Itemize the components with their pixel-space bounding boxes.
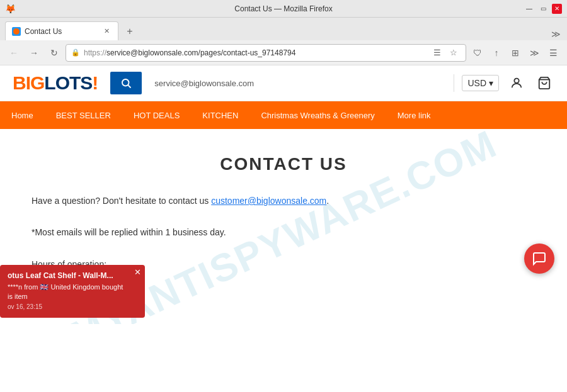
page-title: CONTACT US (32, 154, 536, 174)
nav-item-home[interactable]: Home (0, 101, 45, 129)
website-content: BIGLOTS! service@biglowonsale.com USD ▾ … (0, 65, 567, 324)
nav-item-more[interactable]: More link (386, 101, 442, 129)
logo-lots: LOTS (44, 72, 92, 93)
account-button[interactable] (507, 73, 527, 93)
extensions-toolbar-button[interactable]: ⊞ (507, 44, 524, 62)
currency-label: USD (467, 78, 486, 88)
header-email: service@biglowonsale.com (154, 79, 441, 88)
contact-email-link[interactable]: customer@biglowonsale.com (211, 196, 326, 206)
logo-exclaim: ! (92, 72, 98, 93)
url-protocol: https:// (84, 48, 106, 57)
nav-item-christmas[interactable]: Christmas Wreaths & Greenery (249, 101, 386, 129)
chat-button[interactable] (524, 244, 554, 274)
bookmark-star-icon[interactable]: ☆ (447, 46, 461, 60)
site-navigation: Home BEST SELLER HOT DEALS KITCHEN Chris… (0, 101, 567, 129)
toast-title: otus Leaf Cat Shelf - Wall-M... (8, 271, 137, 280)
nav-item-hot-deals[interactable]: HOT DEALS (122, 101, 191, 129)
main-content: MYANTISPYWARE.COM CONTACT US Have a ques… (0, 129, 567, 324)
tab-favicon (12, 27, 21, 36)
close-button[interactable]: ✕ (552, 4, 562, 14)
address-bar: ← → ↻ 🔒 https://service@biglowonsale.com… (0, 40, 567, 65)
currency-selector[interactable]: USD ▾ (462, 75, 499, 91)
site-header: BIGLOTS! service@biglowonsale.com USD ▾ (0, 65, 567, 101)
header-right: USD ▾ (454, 73, 554, 93)
reply-note: *Most emails will be replied within 1 bu… (32, 225, 536, 240)
contact-intro-text: Have a question? Don't hesitate to conta… (32, 196, 211, 206)
reader-view-icon[interactable]: ☰ (430, 46, 444, 60)
svg-point-3 (514, 79, 518, 83)
url-icons: ☰ ☆ (430, 46, 461, 60)
url-text: https://service@biglowonsale.com/pages/c… (84, 48, 427, 57)
toast-time: ov 16, 23:15 (8, 303, 42, 310)
refresh-button[interactable]: ↻ (45, 44, 63, 62)
toast-body: ****n from 🇬🇧 United Kingdom bought is i… (8, 283, 137, 311)
tab-list-button[interactable]: ≫ (549, 28, 562, 40)
site-logo[interactable]: BIGLOTS! (13, 72, 98, 94)
toolbar-right: 🛡 ↑ ⊞ ≫ ☰ (469, 44, 562, 62)
search-button[interactable] (110, 72, 142, 94)
title-bar: 🦊 Contact Us — Mozilla Firefox — ▭ ✕ (0, 0, 567, 18)
url-bar[interactable]: 🔒 https://service@biglowonsale.com/pages… (66, 44, 466, 62)
upload-toolbar-button[interactable]: ↑ (488, 44, 505, 62)
minimize-button[interactable]: — (524, 4, 534, 14)
nav-item-best-seller[interactable]: BEST SELLER (45, 101, 122, 129)
tab-label: Contact Us (25, 27, 98, 36)
contact-intro-paragraph: Have a question? Don't hesitate to conta… (32, 193, 536, 209)
tab-close-button[interactable]: ✕ (101, 26, 112, 36)
security-icon: 🔒 (71, 48, 80, 57)
svg-point-0 (13, 28, 20, 35)
window-controls: — ▭ ✕ (524, 4, 562, 14)
toast-close-button[interactable]: ✕ (134, 267, 141, 277)
svg-point-1 (122, 79, 129, 86)
toast-line2: is item (8, 293, 28, 300)
cart-button[interactable] (534, 73, 554, 93)
toast-notification: ✕ otus Leaf Cat Shelf - Wall-M... ****n … (0, 265, 145, 318)
shield-toolbar-button[interactable]: 🛡 (469, 44, 486, 62)
overflow-toolbar-button[interactable]: ≫ (525, 44, 543, 62)
back-button[interactable]: ← (5, 44, 23, 62)
toast-flag: 🇬🇧 (40, 283, 50, 291)
toast-info: ****n from 🇬🇧 United Kingdom bought is i… (8, 283, 137, 311)
svg-line-2 (129, 85, 131, 87)
new-tab-button[interactable]: + (121, 23, 139, 40)
forward-button[interactable]: → (25, 44, 43, 62)
menu-toolbar-button[interactable]: ☰ (544, 44, 562, 62)
firefox-icon: 🦊 (5, 4, 16, 14)
active-tab[interactable]: Contact Us ✕ (5, 21, 118, 40)
currency-chevron-icon: ▾ (489, 78, 493, 88)
tab-bar: Contact Us ✕ + ≫ (0, 18, 567, 40)
toast-line1: ****n from (8, 283, 38, 291)
toast-country: United Kingdom bought (50, 283, 123, 291)
nav-item-kitchen[interactable]: KITCHEN (191, 101, 249, 129)
url-domain: service@biglowonsale.com (106, 48, 198, 57)
url-path: /pages/contact-us_97148794 (198, 48, 296, 57)
header-divider (454, 74, 454, 92)
window-title: Contact Us — Mozilla Firefox (234, 4, 332, 13)
restore-button[interactable]: ▭ (538, 4, 548, 14)
tab-bar-right: ≫ (549, 28, 562, 40)
logo-big: BIG (13, 72, 44, 93)
